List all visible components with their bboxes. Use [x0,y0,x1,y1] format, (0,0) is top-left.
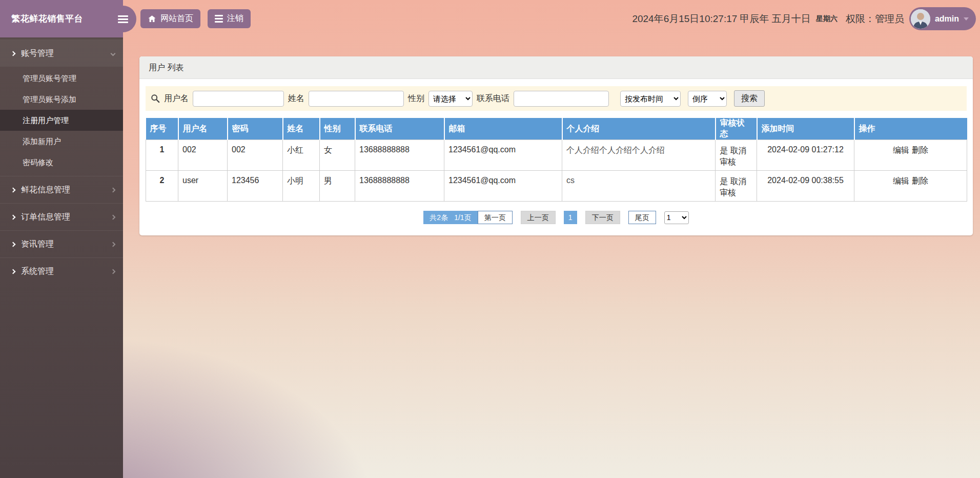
last-page-button[interactable]: 尾页 [628,211,656,224]
user-table: 序号 用户名 密码 姓名 性别 联系电话 邮箱 个人介绍 审核状态 添加时间 操… [146,118,967,202]
col-header-intro: 个人介绍 [562,118,716,140]
sidebar-toggle-button[interactable] [110,6,136,32]
sidebar-item-flower-info-management[interactable]: 鲜花信息管理 [0,176,123,203]
col-header-index: 序号 [146,118,178,140]
username-filter-input[interactable] [193,91,284,107]
cell-password: 002 [228,140,283,171]
cell-phone: 13688888888 [355,140,444,171]
current-page-button[interactable]: 1 [564,211,577,224]
chevron-right-icon [111,187,116,192]
sidebar-item-label: 订单信息管理 [21,212,111,223]
chevron-right-icon [111,242,116,247]
gender-select[interactable]: 请选择 [428,91,473,107]
datetime-text: 2024年6月15日10:27:17 甲辰年 五月十日 [632,12,811,26]
col-header-password: 密码 [228,118,283,140]
sort-order-select[interactable]: 倒序 [688,91,727,107]
pagination: 共2条 1/1页 第一页 上一页 1 下一页 尾页 1 [146,211,967,224]
phone-filter-input[interactable] [514,91,609,107]
cell-added-time: 2024-02-09 01:27:12 [757,140,854,171]
prev-page-button[interactable]: 上一页 [521,211,556,224]
chevron-right-icon [11,242,16,247]
chevron-right-icon [11,51,16,56]
panel-body: 用户名 姓名 性别 请选择 联系电话 按发布时间 倒序 搜索 [139,79,973,235]
cell-index: 1 [146,140,178,171]
phone-filter-label: 联系电话 [477,93,509,104]
col-header-name: 姓名 [283,118,320,140]
chevron-right-icon [11,214,16,220]
avatar [911,9,930,29]
logout-button[interactable]: 注销 [208,9,251,28]
caret-down-icon [964,17,969,21]
panel-title: 用户 列表 [139,56,973,79]
pagination-summary: 共2条 1/1页 [423,211,477,224]
sidebar-item-admin-account-add[interactable]: 管理员账号添加 [0,89,123,110]
weekday-text: 星期六 [816,14,838,24]
sidebar-item-account-management[interactable]: 账号管理 [0,40,123,67]
search-icon [151,94,160,103]
cell-actions: 编辑删除 [854,140,967,171]
chevron-right-icon [111,214,116,220]
col-header-audit: 审核状态 [716,118,757,140]
col-header-username: 用户名 [178,118,228,140]
first-page-button[interactable]: 第一页 [478,211,513,224]
cell-email: 1234561@qq.com [444,171,562,202]
col-header-gender: 性别 [320,118,355,140]
page-select[interactable]: 1 [664,211,689,224]
sidebar-item-add-new-user[interactable]: 添加新用户 [0,131,123,152]
chevron-right-icon [11,187,16,192]
sidebar-item-registered-user-management[interactable]: 注册用户管理 [0,110,123,131]
page-count-text: 1/1页 [454,211,471,224]
user-list-panel: 用户 列表 用户名 姓名 性别 请选择 联系电话 按发布时间 倒序 搜索 [139,56,973,235]
account-submenu: 管理员账号管理 管理员账号添加 注册用户管理 添加新用户 密码修改 [0,67,123,176]
topbar-right: 2024年6月15日10:27:17 甲辰年 五月十日 星期六 权限：管理员 a… [632,7,976,30]
edit-link[interactable]: 编辑 [893,146,909,154]
role-text: 权限：管理员 [846,12,904,26]
cell-email: 1234561@qq.com [444,140,562,171]
table-body: 1 002 002 小红 女 13688888888 1234561@qq.co… [146,140,967,202]
home-button[interactable]: 网站首页 [140,9,200,28]
sidebar-section-account: 账号管理 管理员账号管理 管理员账号添加 注册用户管理 添加新用户 密码修改 [0,39,123,176]
col-header-phone: 联系电话 [355,118,444,140]
sidebar-item-admin-account-management[interactable]: 管理员账号管理 [0,68,123,89]
col-header-actions: 操作 [854,118,967,140]
sidebar-item-system-management[interactable]: 系统管理 [0,258,123,285]
sidebar-section-system: 系统管理 [0,257,123,285]
col-header-added-time: 添加时间 [757,118,854,140]
col-header-email: 邮箱 [444,118,562,140]
sidebar-item-label: 资讯管理 [21,239,111,250]
sidebar: 繁花鲜花销售平台 账号管理 管理员账号管理 管理员账号添加 注册用户管理 添加新… [0,0,123,478]
app-title: 繁花鲜花销售平台 [0,0,123,37]
cell-actions: 编辑删除 [854,171,967,202]
cell-audit: 是 取消审核 [716,171,757,202]
sort-field-select[interactable]: 按发布时间 [620,91,681,107]
username-filter-label: 用户名 [164,93,189,104]
user-menu[interactable]: admin [909,7,976,30]
cell-audit: 是 取消审核 [716,140,757,171]
edit-link[interactable]: 编辑 [893,176,909,185]
sidebar-item-news-management[interactable]: 资讯管理 [0,231,123,257]
total-count-text: 共2条 [430,211,448,224]
cell-added-time: 2024-02-09 00:38:55 [757,171,854,202]
cell-username: user [178,171,228,202]
delete-link[interactable]: 删除 [912,146,928,154]
hamburger-icon [118,14,128,25]
table-row: 1 002 002 小红 女 13688888888 1234561@qq.co… [146,140,967,171]
name-filter-input[interactable] [309,91,404,107]
next-page-button[interactable]: 下一页 [585,211,620,224]
sidebar-section-flower: 鲜花信息管理 [0,176,123,203]
logout-button-label: 注销 [227,13,243,24]
sidebar-item-order-info-management[interactable]: 订单信息管理 [0,204,123,230]
search-button[interactable]: 搜索 [734,90,765,107]
home-icon [148,14,156,23]
cell-gender: 女 [320,140,355,171]
topbar: 网站首页 注销 2024年6月15日10:27:17 甲辰年 五月十日 星期六 … [123,0,980,37]
cell-phone: 13688888888 [355,171,444,202]
table-header-row: 序号 用户名 密码 姓名 性别 联系电话 邮箱 个人介绍 审核状态 添加时间 操… [146,118,967,140]
delete-link[interactable]: 删除 [912,176,928,185]
cell-index: 2 [146,171,178,202]
sidebar-item-password-change[interactable]: 密码修改 [0,152,123,173]
cell-gender: 男 [320,171,355,202]
sidebar-section-news: 资讯管理 [0,230,123,257]
cell-password: 123456 [228,171,283,202]
sidebar-item-label: 鲜花信息管理 [21,185,111,195]
